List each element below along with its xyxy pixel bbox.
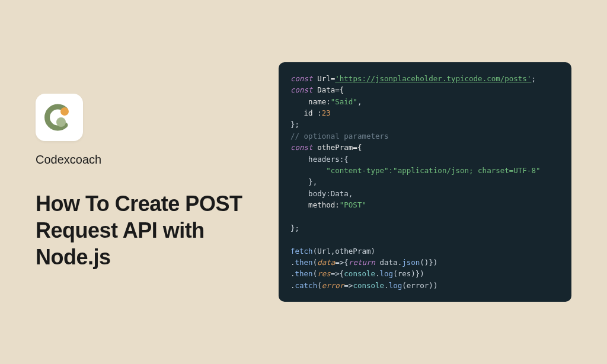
code-token: (res)})	[393, 269, 424, 278]
code-token: error	[322, 281, 344, 290]
code-token: console	[353, 281, 384, 290]
code-token: log	[380, 269, 394, 278]
code-token: .	[290, 281, 295, 290]
code-token: then	[295, 258, 313, 267]
code-token: data	[317, 258, 335, 267]
code-token: data.	[375, 258, 402, 267]
code-token: // optional parameters	[290, 132, 389, 141]
code-token: (Url,othePram)	[313, 247, 375, 256]
code-token: catch	[295, 281, 318, 290]
code-token: "content-type":"application/json; charse…	[326, 166, 540, 175]
code-token: ,	[357, 97, 362, 106]
svg-point-1	[56, 117, 66, 127]
code-token: "POST"	[340, 200, 366, 209]
brand-name: Codexcoach	[36, 153, 249, 167]
code-token: const	[290, 85, 313, 94]
code-token: };	[290, 223, 299, 232]
brand-logo	[36, 94, 83, 141]
code-token: fetch	[290, 247, 313, 256]
code-token: };	[290, 120, 299, 129]
code-token: const	[290, 143, 313, 152]
code-token: (	[317, 281, 322, 290]
code-token: ()})	[420, 258, 437, 267]
code-token: log	[389, 281, 402, 290]
hero-left: Codexcoach How To Create POST Request AP…	[36, 94, 249, 270]
code-token: Url=	[313, 74, 336, 83]
code-token: body:Data,	[290, 189, 353, 198]
code-token: then	[295, 269, 313, 278]
code-token: =>{	[331, 269, 344, 278]
code-token: .	[384, 281, 389, 290]
code-token: othePram={	[313, 143, 362, 152]
code-token: .	[290, 269, 295, 278]
article-title: How To Create POST Request API with Node…	[36, 190, 249, 270]
code-token: ;	[531, 74, 536, 83]
code-token: =>	[344, 281, 353, 290]
code-token: res	[317, 269, 331, 278]
code-token: "Said"	[331, 97, 357, 106]
code-token: id :	[290, 108, 322, 117]
code-token: name:	[290, 97, 331, 106]
code-token: },	[290, 177, 317, 186]
code-token: =>{	[335, 258, 349, 267]
code-token: .	[375, 269, 380, 278]
code-token: method:	[290, 200, 340, 209]
code-token: .	[290, 258, 295, 267]
code-token: headers:{	[290, 155, 349, 164]
code-token: return	[349, 258, 375, 267]
code-snippet: const Url='https://jsonplaceholder.typic…	[279, 62, 571, 302]
svg-point-0	[60, 107, 69, 116]
code-token: const	[290, 74, 313, 83]
code-token: 'https://jsonplaceholder.typicode.com/po…	[335, 74, 531, 83]
code-token: json	[402, 258, 420, 267]
code-token: Data={	[313, 85, 344, 94]
code-token: (error))	[402, 281, 437, 290]
code-token: 23	[322, 108, 331, 117]
code-token	[290, 166, 326, 175]
code-token: console	[344, 269, 375, 278]
codexcoach-logo-icon	[44, 103, 74, 132]
